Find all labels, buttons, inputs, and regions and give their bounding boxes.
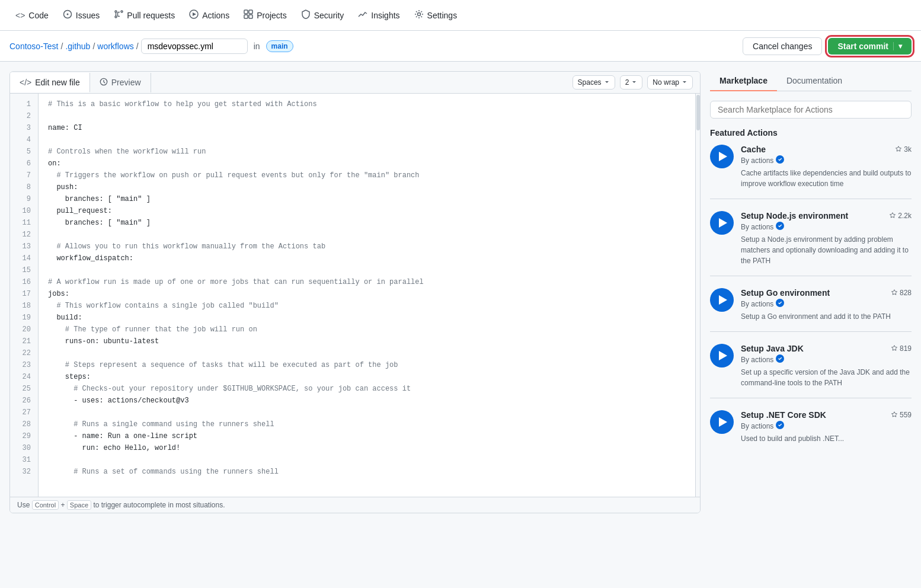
- nav-projects[interactable]: Projects: [238, 6, 293, 24]
- action-icon: [710, 288, 734, 312]
- svg-point-1: [66, 14, 68, 15]
- right-panel-content: Featured Actions Cache 3k By actions: [710, 101, 912, 465]
- code-line: # This is a basic workflow to help you g…: [48, 98, 686, 110]
- commit-dropdown-arrow[interactable]: ▾: [893, 42, 902, 50]
- insights-icon: [358, 9, 367, 21]
- breadcrumb-repo[interactable]: Contoso-Test: [9, 41, 58, 51]
- action-header: Cache 3k: [741, 145, 912, 154]
- edit-icon: </>: [20, 78, 31, 87]
- nav-settings[interactable]: Settings: [408, 6, 463, 24]
- action-name: Setup .NET Core SDK: [741, 410, 826, 420]
- tab-edit-new-file[interactable]: </> Edit new file: [10, 73, 90, 92]
- nav-issues-label: Issues: [76, 11, 100, 20]
- action-item[interactable]: Setup Go environment 828 By actions Setu…: [710, 288, 912, 332]
- action-icon: [710, 344, 734, 368]
- marketplace-search-input[interactable]: [710, 101, 912, 119]
- code-line: workflow_dispatch:: [48, 253, 686, 264]
- code-line: [48, 110, 686, 122]
- line-number: 9: [10, 193, 38, 205]
- code-area[interactable]: 1234567891011121314151617181920212223242…: [10, 94, 700, 497]
- line-number: 11: [10, 217, 38, 229]
- nav-insights-label: Insights: [371, 11, 399, 20]
- play-icon: [719, 218, 727, 228]
- code-line: # Allows you to run this workflow manual…: [48, 241, 686, 253]
- wrap-label: No wrap: [653, 78, 679, 87]
- nav-insights[interactable]: Insights: [352, 6, 405, 24]
- projects-icon: [244, 9, 253, 21]
- line-number: 29: [10, 430, 38, 442]
- action-item[interactable]: Setup Node.js environment 2.2k By action…: [710, 211, 912, 276]
- code-line: [48, 264, 686, 276]
- action-info: Setup Node.js environment 2.2k By action…: [741, 211, 912, 266]
- footer-hint: to trigger autocomplete in most situatio…: [93, 501, 225, 509]
- line-number: 13: [10, 241, 38, 253]
- play-icon: [719, 351, 727, 360]
- nav-pull-requests[interactable]: Pull requests: [108, 6, 181, 24]
- line-number: 22: [10, 347, 38, 359]
- right-panel: Marketplace Documentation Featured Actio…: [710, 71, 912, 465]
- nav-issues[interactable]: Issues: [57, 6, 105, 24]
- nav-actions[interactable]: Actions: [183, 6, 235, 24]
- indent-select[interactable]: 2: [620, 75, 643, 90]
- action-name: Cache: [741, 145, 766, 154]
- code-icon: <>: [15, 11, 25, 20]
- code-line: build:: [48, 312, 686, 324]
- verified-badge: [776, 354, 784, 365]
- breadcrumb-bar: Contoso-Test / .github / workflows / in …: [0, 31, 921, 62]
- code-line: steps:: [48, 371, 686, 383]
- tab-documentation[interactable]: Documentation: [777, 71, 852, 91]
- tab-marketplace[interactable]: Marketplace: [710, 71, 777, 91]
- issues-icon: [63, 9, 72, 21]
- spaces-select[interactable]: Spaces: [573, 75, 615, 90]
- line-number: 2: [10, 110, 38, 122]
- nav-code[interactable]: <> Code: [9, 7, 55, 24]
- footer-key-space: Space: [67, 500, 91, 510]
- line-number: 28: [10, 418, 38, 430]
- scrollbar[interactable]: [695, 94, 700, 497]
- indent-value: 2: [625, 78, 629, 87]
- action-item[interactable]: Setup Java JDK 819 By actions Set up a s…: [710, 344, 912, 398]
- nav-settings-label: Settings: [427, 11, 458, 20]
- line-number: 17: [10, 288, 38, 300]
- code-line: push:: [48, 181, 686, 193]
- start-commit-button[interactable]: Start commit ▾: [828, 38, 912, 55]
- action-item[interactable]: Setup .NET Core SDK 559 By actions Used …: [710, 410, 912, 453]
- code-line: # Triggers the workflow on push or pull …: [48, 170, 686, 181]
- line-number: 31: [10, 454, 38, 466]
- footer-plus: +: [61, 501, 65, 509]
- line-number: 21: [10, 335, 38, 347]
- action-info: Cache 3k By actions Cache artifacts like…: [741, 145, 912, 189]
- editor-footer: Use Control + Space to trigger autocompl…: [10, 497, 700, 513]
- line-number: 16: [10, 276, 38, 288]
- featured-actions-title: Featured Actions: [710, 128, 912, 138]
- breadcrumb-github[interactable]: .github: [65, 41, 90, 51]
- code-content[interactable]: # This is a basic workflow to help you g…: [39, 94, 695, 497]
- breadcrumb-workflows[interactable]: workflows: [97, 41, 133, 51]
- code-line: # Runs a set of commands using the runne…: [48, 466, 686, 478]
- line-number: 27: [10, 407, 38, 418]
- code-line: run: echo Hello, world!: [48, 442, 686, 454]
- action-by: By actions: [741, 222, 912, 232]
- code-line: branches: [ "main" ]: [48, 193, 686, 205]
- line-number: 23: [10, 359, 38, 371]
- cancel-changes-button[interactable]: Cancel changes: [743, 37, 822, 55]
- filename-input[interactable]: [141, 39, 248, 54]
- editor-options: Spaces 2 No wrap: [565, 72, 700, 93]
- code-line: on:: [48, 158, 686, 170]
- nav-security[interactable]: Security: [295, 6, 350, 24]
- preview-tab-label: Preview: [111, 78, 141, 87]
- svg-rect-4: [244, 10, 248, 14]
- pull-request-icon: [114, 9, 123, 21]
- action-item[interactable]: Cache 3k By actions Cache artifacts like…: [710, 145, 912, 199]
- code-line: # Controls when the workflow will run: [48, 146, 686, 158]
- line-number: 24: [10, 371, 38, 383]
- line-number: 6: [10, 158, 38, 170]
- code-line: [48, 407, 686, 418]
- star-icon: [891, 411, 898, 418]
- action-icon: [710, 145, 734, 168]
- wrap-select[interactable]: No wrap: [647, 75, 693, 90]
- action-description: Used to build and publish .NET...: [741, 433, 912, 444]
- tab-preview[interactable]: Preview: [90, 73, 151, 92]
- scrollbar-thumb[interactable]: [696, 95, 700, 130]
- line-number: 4: [10, 134, 38, 146]
